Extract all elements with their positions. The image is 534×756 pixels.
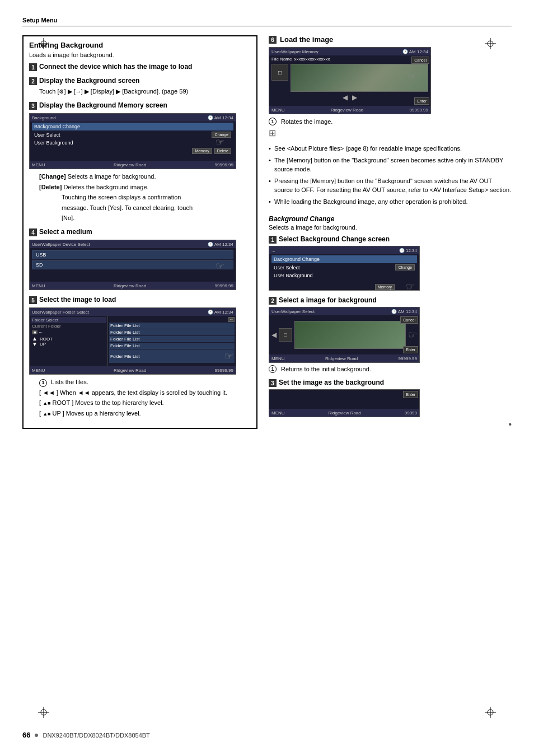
note-change: [Change] Selects a image for background. (39, 172, 251, 181)
step-5-root-text: ROOT UP (40, 337, 53, 347)
step-4-rows: USB SD (30, 248, 236, 273)
footer-dot (35, 734, 38, 737)
step-5-content: Folder Select Current Folder ■ ··· ▲ ▼ (30, 316, 236, 366)
step-3-num: 3 (29, 102, 37, 110)
bg-step-2-screen: UserWallpaper Select 🕐 AM 12:34 ◀ □ (269, 307, 420, 363)
bg-step-1: 1 Select Background Change screen ... 🕐 … (269, 235, 512, 291)
step-6-road: Ridgeview Road (331, 108, 363, 113)
note-delete: [Delete] Deletes the background image. (39, 183, 251, 192)
step-2-instruction: Touch [⚙] ▶ [→] ▶ [Display] ▶ [Backgroun… (39, 88, 188, 95)
step-5-title: Select the image to load (39, 296, 116, 304)
step-5-folder-row-4: Folder File List (109, 343, 235, 349)
page-number: 66 (22, 731, 30, 739)
bg-step-2-thumb: □ (279, 328, 292, 342)
step-6-topbar: UserWallpaper Memory 🕐 AM 12:34 (269, 48, 430, 55)
reg-mark-br (485, 707, 496, 718)
entering-bg-title: Entering Background (29, 41, 251, 49)
step-6-screen: UserWallpaper Memory 🕐 AM 12:34 File Nam… (269, 47, 431, 114)
step-3-mileage: 99999.99 (215, 162, 233, 167)
page: Setup Menu Entering Background Loads a i… (0, 0, 534, 756)
step-5-folder-row-3: Folder File List (109, 336, 235, 342)
bg-step-2-title: Select a image for background (279, 296, 377, 304)
footer-models: DNX9240BT/DDX8024BT/DDX8054BT (43, 732, 149, 739)
step-5-nav-row: ▲ ▼ ROOT UP (31, 335, 106, 348)
step-5-right-panel: ··· Folder File List Folder File List Fo… (108, 316, 236, 366)
step-4-mileage: 99999.99 (215, 283, 233, 288)
step-5-folder-row-1: Folder File List (109, 323, 235, 329)
step-5-header: 5 Select the image to load (29, 296, 251, 304)
step-6-image-area: □ (271, 64, 428, 92)
step-5-left-panel: Folder Select Current Folder ■ ··· ▲ ▼ (30, 316, 108, 366)
step-3-header: 3 Display the Background Memory screen (29, 101, 251, 110)
bg-step-2: 2 Select a image for background UserWall… (269, 296, 512, 373)
step-5-folder-icon: ■ (32, 330, 38, 334)
step-6-time: 🕐 AM 12:34 (402, 49, 428, 54)
bg-step-1-row-4: Memory ☞ (271, 279, 417, 291)
bullet-notes: See <About Picture files> (page 8) for r… (269, 144, 512, 206)
step-3-screen-time: 🕐 AM 12:34 (208, 115, 233, 120)
bullet-4: While loading the Background image, any … (269, 197, 512, 207)
step-2-body: Touch [⚙] ▶ [→] ▶ [Display] ▶ [Backgroun… (39, 87, 251, 96)
step-5-screen: UserWallpaper Folder Select 🕐 AM 12:34 F… (29, 307, 236, 375)
step-4-screen: UserWallpaper Device Select 🕐 AM 12:34 U… (29, 240, 236, 290)
step-4: 4 Select a medium UserWallpaper Device S… (29, 228, 251, 290)
bullet-2: The [Memory] button on the "Background" … (269, 156, 512, 174)
rotate-note: 1 Rotates the image. (269, 118, 512, 125)
bg-step-2-cancel[interactable]: Cancel (400, 316, 418, 324)
bg-step-3-enter-btn[interactable]: Enter (403, 391, 418, 398)
step-3-screen-topbar: Background 🕐 AM 12:34 (30, 114, 236, 122)
main-content: Entering Background Loads a image for ba… (22, 35, 512, 436)
step-4-row-sd: SD (32, 260, 233, 269)
step-6-num: 6 (269, 36, 277, 44)
step-3-row-3: User Background (32, 139, 233, 147)
note-delete-2: Touching the screen displays a confirmat… (62, 193, 251, 202)
bg-step-2-note: 1 Returns to the initial background. (269, 365, 512, 373)
bg-step-1-title: Select Background Change screen (279, 235, 390, 243)
step-4-bottom: MENU Ridgeview Road 99999.99 (30, 282, 236, 290)
step-5-time: 🕐 AM 12:34 (208, 310, 233, 315)
step-5-folder-row-5: Folder File List ☞ (109, 349, 235, 363)
step-6-header: 6 Load the image (269, 35, 512, 44)
step-6-cancel-btn[interactable]: Cancel (411, 57, 429, 64)
step-3-row-2: User Select Change (32, 130, 233, 139)
bg-step-1-row-3: User Background (271, 272, 417, 279)
step-3-notes: [Change] Selects a image for background.… (39, 172, 251, 222)
bg-step-1-num: 1 (269, 236, 277, 244)
entering-background-box: Entering Background Loads a image for ba… (22, 35, 257, 429)
step-3-menu: MENU (32, 162, 45, 167)
step-1-title: Connect the device which has the image t… (39, 63, 192, 71)
step-3-road: Ridgeview Road (114, 162, 146, 167)
bullet-1: See <About Picture files> (page 8) for r… (269, 144, 512, 153)
bg-step-1-touch: ☞ (406, 281, 415, 291)
bg-step-3-content: Enter MENU Ridgeview Road 99999 (269, 390, 419, 417)
entering-bg-subtitle: Loads a image for background. (29, 52, 251, 58)
step-4-title: Select a medium (39, 228, 92, 236)
bg-step-2-bottom: MENU Ridgeview Road 99999.99 (269, 354, 419, 362)
bg-step-1-content: Background Change User Select Change Use… (269, 254, 419, 291)
step-5-bottom: MENU Ridgeview Road 99999.99 (30, 366, 236, 374)
step-1: 1 Connect the device which has the image… (29, 63, 251, 71)
bg-step-2-num: 2 (269, 297, 277, 305)
step-2-header: 2 Display the Background screen (29, 77, 251, 85)
step-5-note2: [ ◄◄ ] When ◄◄ appears, the text display… (39, 389, 251, 397)
step-6-small-preview: □ (271, 64, 288, 81)
step-6-touch-icon: ☞ (408, 70, 417, 82)
step-4-row-usb: USB (32, 250, 233, 259)
step-3-row-1: Background Change (32, 123, 233, 130)
step-4-header: 4 Select a medium (29, 228, 251, 236)
step-5-mileage: 99999.99 (215, 368, 233, 373)
step-3-screen-title: Background (32, 115, 56, 120)
step-4-touch-icon: ☞ (216, 260, 224, 272)
bg-step-1-header: 1 Select Background Change screen (269, 235, 512, 244)
bg-step-3-num: 3 (269, 379, 277, 387)
bg-step-2-enter[interactable]: Enter (403, 346, 418, 353)
step-5-folder-icon-row: ■ ··· (31, 329, 106, 335)
step-4-num: 4 (29, 228, 37, 236)
bg-step-2-header: 2 Select a image for background (269, 296, 512, 305)
step-6-image-bg (291, 64, 428, 91)
step-3-screen-body: Background Change User Select Change Use… (30, 122, 236, 156)
bg-step-3: 3 Set the image as the background Enter … (269, 379, 512, 430)
step-6-mileage: 99999.99 (410, 108, 428, 113)
step-6-title: Load the image (280, 35, 333, 44)
step-6-enter-btn[interactable]: Enter (414, 97, 429, 105)
